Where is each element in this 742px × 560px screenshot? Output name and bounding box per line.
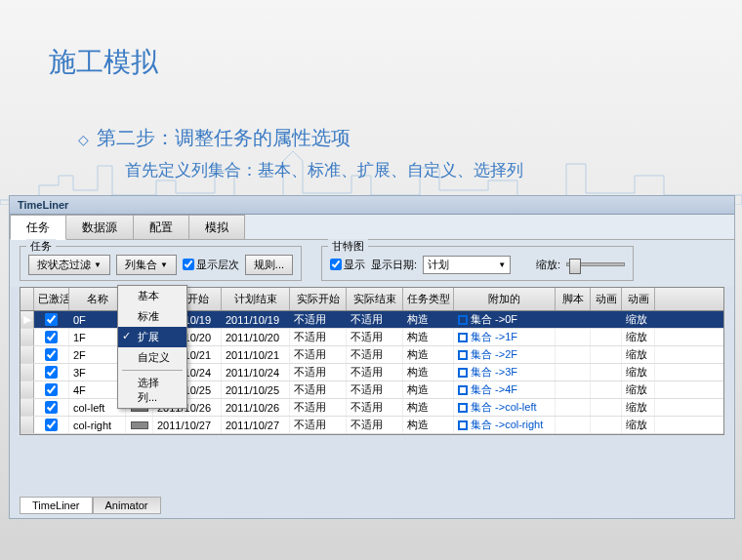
cell-script[interactable] [556,311,591,328]
table-row[interactable]: col-right2011/10/272011/10/27不适用不适用构造集合 … [21,417,723,434]
cell-anim[interactable] [591,381,622,398]
rules-button[interactable]: 规则... [245,255,293,275]
dropdown-selcol[interactable]: 选择列... [118,373,186,408]
cell-script[interactable] [556,364,591,380]
row-selector[interactable] [21,417,34,433]
col-active[interactable]: 已激活 [34,288,69,310]
cell-anim[interactable] [591,364,622,380]
cell-planend[interactable]: 2011/10/25 [222,381,290,398]
cell-tasktype[interactable]: 构造 [403,364,454,380]
cell-anim2[interactable]: 缩放 [622,311,655,328]
cell-anim2[interactable]: 缩放 [622,417,655,433]
cell-actend[interactable]: 不适用 [347,381,403,398]
cell-tasktype[interactable]: 构造 [403,346,454,363]
col-anim2[interactable]: 动画 [622,288,655,310]
cell-anim2[interactable]: 缩放 [622,364,655,380]
showlevel-checkbox[interactable]: 显示层次 [183,258,239,272]
cell-anim[interactable] [591,329,622,345]
cell-actstart[interactable]: 不适用 [290,399,347,416]
cell-tasktype[interactable]: 构造 [403,417,454,433]
cell-actstart[interactable]: 不适用 [290,329,347,345]
filter-button[interactable]: 按状态过滤▼ [28,255,110,275]
cell-attached[interactable]: 集合 ->col-left [454,399,556,416]
cell-attached[interactable]: 集合 ->3F [454,364,556,380]
cell-anim[interactable] [591,417,622,433]
cell-attached[interactable]: 集合 ->col-right [454,417,556,433]
cell-planend[interactable]: 2011/10/20 [222,329,290,345]
tab-datasource[interactable]: 数据源 [65,215,134,239]
cell-attached[interactable]: 集合 ->0F [454,311,556,328]
dropdown-standard[interactable]: 标准 [118,306,186,327]
col-script[interactable]: 脚本 [556,288,591,310]
col-anim[interactable]: 动画 [591,288,622,310]
cell-actstart[interactable]: 不适用 [290,381,347,398]
row-selector[interactable] [21,381,34,398]
cell-script[interactable] [556,381,591,398]
cell-actstart[interactable]: 不适用 [290,364,347,380]
cell-actend[interactable]: 不适用 [347,417,403,433]
cell-anim[interactable] [591,311,622,328]
cell-planend[interactable]: 2011/10/19 [222,311,290,328]
cell-anim[interactable] [591,399,622,416]
cell-script[interactable] [556,417,591,433]
row-selector[interactable] [21,399,34,416]
cell-anim[interactable] [591,346,622,363]
tab-configure[interactable]: 配置 [133,215,189,239]
cell-actend[interactable]: 不适用 [347,311,403,328]
cell-attached[interactable]: 集合 ->2F [454,346,556,363]
cell-actend[interactable]: 不适用 [347,329,403,345]
cell-tasktype[interactable]: 构造 [403,329,454,345]
row-selector[interactable] [21,329,34,345]
colset-button[interactable]: 列集合▼ 基本 标准 扩展 自定义 选择列... [116,255,177,275]
dropdown-extend[interactable]: 扩展 [118,327,186,347]
dropdown-custom[interactable]: 自定义 [118,347,186,368]
cell-anim2[interactable]: 缩放 [622,399,655,416]
row-selector[interactable] [21,346,34,363]
cell-tasktype[interactable]: 构造 [403,399,454,416]
cell-active[interactable] [34,417,69,433]
cell-actend[interactable]: 不适用 [347,346,403,363]
btab-animator[interactable]: Animator [93,497,161,514]
cell-attached[interactable]: 集合 ->1F [454,329,556,345]
cell-anim2[interactable]: 缩放 [622,329,655,345]
cell-active[interactable] [34,364,69,380]
cell-name[interactable]: col-right [69,417,126,433]
col-actstart[interactable]: 实际开始 [290,288,347,310]
cell-script[interactable] [556,346,591,363]
row-selector[interactable]: ▶ [21,311,34,328]
col-planend[interactable]: 计划结束 [222,288,290,310]
tab-task[interactable]: 任务 [10,215,66,240]
cell-actend[interactable]: 不适用 [347,364,403,380]
cell-active[interactable] [34,329,69,345]
cell-active[interactable] [34,381,69,398]
cell-actstart[interactable]: 不适用 [290,417,347,433]
cell-actstart[interactable]: 不适用 [290,346,347,363]
col-actend[interactable]: 实际结束 [347,288,403,310]
cell-actstart[interactable]: 不适用 [290,311,347,328]
cell-anim2[interactable]: 缩放 [622,346,655,363]
cell-anim2[interactable]: 缩放 [622,381,655,398]
cell-planend[interactable]: 2011/10/24 [222,364,290,380]
cell-active[interactable] [34,311,69,328]
cell-tasktype[interactable]: 构造 [403,381,454,398]
cell-attached[interactable]: 集合 ->4F [454,381,556,398]
cell-planend[interactable]: 2011/10/21 [222,346,290,363]
show-checkbox[interactable]: 显示 [330,258,365,272]
cell-planend[interactable]: 2011/10/27 [222,417,290,433]
dropdown-basic[interactable]: 基本 [118,286,186,306]
row-selector[interactable] [21,364,34,380]
zoom-slider[interactable] [566,262,625,266]
cell-active[interactable] [34,346,69,363]
col-attached[interactable]: 附加的 [454,288,556,310]
cell-planstart[interactable]: 2011/10/27 [153,417,222,433]
cell-actend[interactable]: 不适用 [347,399,403,416]
cell-active[interactable] [34,399,69,416]
cell-planend[interactable]: 2011/10/26 [222,399,290,416]
cell-script[interactable] [556,329,591,345]
tab-simulate[interactable]: 模拟 [188,215,245,239]
cell-tasktype[interactable]: 构造 [403,311,454,328]
btab-timeliner[interactable]: TimeLiner [20,497,93,514]
cell-script[interactable] [556,399,591,416]
plan-select[interactable]: 计划▼ [423,256,511,274]
col-tasktype[interactable]: 任务类型 [403,288,454,310]
